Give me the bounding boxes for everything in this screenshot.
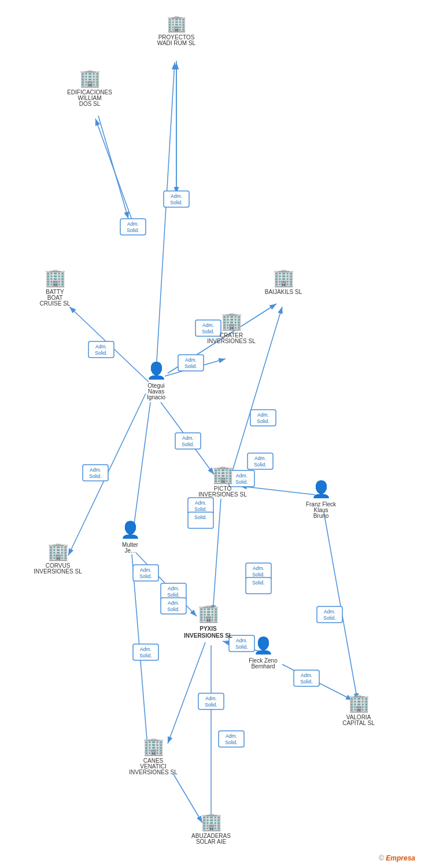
svg-text:Adm.: Adm. bbox=[205, 696, 217, 701]
svg-text:Solid.: Solid. bbox=[300, 679, 312, 685]
node-corvus[interactable]: 🏢 CORVUS INVERSIONES SL bbox=[34, 541, 82, 575]
svg-text:INVERSIONES SL: INVERSIONES SL bbox=[198, 491, 247, 498]
svg-line-5 bbox=[95, 119, 133, 223]
svg-text:Solid.: Solid. bbox=[139, 653, 152, 659]
svg-line-4 bbox=[156, 62, 175, 370]
svg-text:Adm.: Adm. bbox=[95, 344, 107, 350]
svg-text:👤: 👤 bbox=[253, 636, 274, 655]
svg-text:Solid.: Solid. bbox=[167, 592, 179, 598]
svg-line-18 bbox=[213, 499, 221, 612]
svg-text:INVERSIONES SL: INVERSIONES SL bbox=[207, 338, 256, 344]
svg-text:Adm.: Adm. bbox=[226, 733, 237, 739]
svg-text:🏢: 🏢 bbox=[221, 311, 243, 332]
svg-text:INVERSIONES SL: INVERSIONES SL bbox=[129, 769, 178, 775]
svg-text:🏢: 🏢 bbox=[273, 267, 295, 288]
svg-text:Solid.: Solid. bbox=[170, 200, 182, 205]
network-graph: Adm. Solid. Adm. Solid. Adm. Solid. Adm.… bbox=[0, 0, 421, 868]
svg-text:Adm.: Adm. bbox=[254, 455, 266, 461]
svg-text:Adm.: Adm. bbox=[301, 672, 312, 678]
node-valoria[interactable]: 🏢 VALORIA CAPITAL SL bbox=[342, 693, 375, 726]
svg-text:👤: 👤 bbox=[146, 361, 167, 380]
svg-text:Adm.: Adm. bbox=[324, 609, 335, 615]
node-edificaciones-william[interactable]: 🏢 EDIFICACIONES WILLIAM DOS SL bbox=[67, 68, 112, 107]
svg-text:Adm.: Adm. bbox=[168, 600, 179, 606]
svg-text:🏢: 🏢 bbox=[201, 811, 223, 832]
svg-text:🏢: 🏢 bbox=[143, 736, 165, 757]
svg-text:PYXIS: PYXIS bbox=[200, 626, 217, 632]
svg-text:Adm.: Adm. bbox=[185, 357, 197, 363]
svg-text:WADI RUM SL: WADI RUM SL bbox=[157, 40, 196, 46]
node-multer-je[interactable]: 👤 Multer Je... bbox=[120, 520, 141, 554]
svg-text:🏢: 🏢 bbox=[47, 541, 69, 562]
svg-text:Adm.: Adm. bbox=[90, 467, 101, 473]
svg-text:Solid.: Solid. bbox=[167, 606, 179, 612]
node-abuzaderas[interactable]: 🏢 ABUZADERAS SOLAR AIE bbox=[191, 811, 231, 845]
svg-text:Adm.: Adm. bbox=[140, 567, 152, 573]
svg-text:Solid.: Solid. bbox=[323, 615, 335, 621]
svg-text:Adm.: Adm. bbox=[253, 565, 264, 571]
svg-text:Solid.: Solid. bbox=[194, 514, 206, 520]
watermark: © Empresa bbox=[379, 854, 415, 862]
svg-text:🏢: 🏢 bbox=[212, 464, 234, 485]
svg-text:Adm.: Adm. bbox=[140, 646, 152, 652]
node-canes[interactable]: 🏢 CANES VENATICI INVERSIONES SL bbox=[129, 736, 178, 775]
node-proyectos-wadi[interactable]: 🏢 PROYECTOS WADI RUM SL bbox=[157, 14, 196, 46]
svg-text:Solid.: Solid. bbox=[252, 580, 264, 586]
svg-text:Solid.: Solid. bbox=[139, 573, 152, 579]
svg-text:👤: 👤 bbox=[311, 480, 331, 499]
svg-text:👤: 👤 bbox=[120, 520, 141, 539]
svg-text:Adm.: Adm. bbox=[257, 412, 269, 418]
node-pyxis[interactable]: 🏢 PYXIS INVERSIONES SL bbox=[184, 603, 232, 639]
svg-text:Solid.: Solid. bbox=[89, 473, 101, 479]
node-otegui-navas[interactable]: 👤 Otegui Navas Ignacio bbox=[146, 361, 167, 400]
svg-text:CRUISE SL: CRUISE SL bbox=[40, 300, 71, 307]
svg-text:Solid.: Solid. bbox=[202, 329, 214, 334]
svg-text:SOLAR AIE: SOLAR AIE bbox=[196, 838, 227, 845]
svg-text:Bernhard: Bernhard bbox=[251, 663, 275, 670]
svg-text:Ignacio: Ignacio bbox=[147, 394, 166, 400]
svg-text:Solid.: Solid. bbox=[194, 506, 206, 512]
svg-line-12 bbox=[133, 402, 150, 532]
svg-text:Solid.: Solid. bbox=[235, 644, 248, 650]
svg-text:Solid.: Solid. bbox=[252, 572, 264, 578]
svg-text:Adm.: Adm. bbox=[168, 586, 179, 591]
svg-text:Adm.: Adm. bbox=[195, 500, 206, 506]
svg-text:Solid.: Solid. bbox=[257, 418, 269, 424]
svg-text:Solid.: Solid. bbox=[182, 442, 194, 447]
svg-text:Adm.: Adm. bbox=[236, 473, 248, 479]
svg-text:Bruno: Bruno bbox=[313, 513, 329, 519]
svg-text:INVERSIONES SL: INVERSIONES SL bbox=[184, 632, 232, 639]
node-franz-fleck[interactable]: 👤 Franz Fleck Klaus Bruno bbox=[306, 480, 337, 519]
svg-line-23 bbox=[173, 774, 202, 823]
svg-text:Solid.: Solid. bbox=[95, 350, 107, 356]
svg-text:Solid.: Solid. bbox=[127, 227, 139, 233]
svg-text:Je...: Je... bbox=[125, 547, 136, 554]
svg-text:INVERSIONES SL: INVERSIONES SL bbox=[34, 568, 82, 575]
brand-name: Empresa bbox=[386, 854, 415, 862]
svg-text:Solid.: Solid. bbox=[254, 462, 266, 468]
svg-line-13 bbox=[240, 486, 315, 495]
svg-text:🏢: 🏢 bbox=[167, 14, 187, 33]
svg-text:🏢: 🏢 bbox=[45, 267, 67, 288]
node-batty-boat-cruise[interactable]: 🏢 BATTY BOAT CRUISE SL bbox=[40, 267, 71, 307]
node-fleck-zeno[interactable]: 👤 Fleck Zeno Bernhard bbox=[249, 636, 278, 670]
node-baijakils[interactable]: 🏢 BAIJAKILS SL bbox=[265, 267, 302, 295]
svg-text:Adm.: Adm. bbox=[236, 638, 248, 643]
svg-text:Solid.: Solid. bbox=[225, 740, 237, 745]
svg-text:Adm.: Adm. bbox=[202, 322, 214, 328]
svg-text:Adm.: Adm. bbox=[171, 193, 182, 199]
svg-text:CAPITAL SL: CAPITAL SL bbox=[342, 720, 375, 726]
svg-text:Solid.: Solid. bbox=[235, 479, 248, 485]
svg-text:Solid.: Solid. bbox=[205, 702, 217, 708]
svg-text:DOS SL: DOS SL bbox=[79, 101, 101, 107]
svg-text:🏢: 🏢 bbox=[198, 603, 220, 624]
svg-text:Solid.: Solid. bbox=[184, 363, 197, 369]
svg-text:Adm.: Adm. bbox=[127, 221, 139, 227]
svg-text:BAIJAKILS SL: BAIJAKILS SL bbox=[265, 289, 302, 295]
svg-text:Adm.: Adm. bbox=[182, 435, 194, 441]
svg-text:🏢: 🏢 bbox=[348, 693, 370, 713]
svg-text:🏢: 🏢 bbox=[79, 68, 101, 89]
